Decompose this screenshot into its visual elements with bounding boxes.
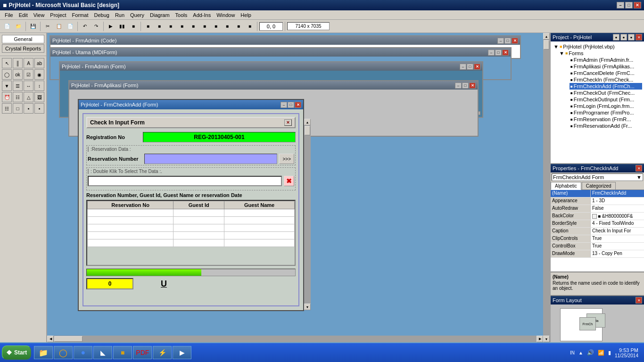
prop-row-appearance[interactable]: Appearance 1 - 3D <box>551 197 644 205</box>
tab-categorized[interactable]: Categorized <box>582 182 616 189</box>
code-maximize[interactable]: □ <box>504 38 511 44</box>
form-layout-close[interactable]: ✕ <box>636 297 642 304</box>
tb-open[interactable]: 📁 <box>13 21 24 32</box>
tree-frmreservation[interactable]: ■ FrmReservation (FrmR... <box>570 116 642 123</box>
tool-extra2[interactable]: ▪ <box>34 103 44 114</box>
prop-row-name[interactable]: (Name) FrmCheckInAdd <box>551 190 644 197</box>
checkinadd-minimize[interactable]: – <box>281 102 287 108</box>
maximize-btn[interactable]: □ <box>625 2 633 8</box>
tb-new[interactable]: 📄 <box>2 21 12 32</box>
taskbar-firefox[interactable]: ◯ <box>54 346 73 359</box>
vscroll-thumb[interactable] <box>305 126 310 135</box>
tool-hscroll[interactable]: ↔ <box>24 81 33 91</box>
prop-row-clipcontrols[interactable]: ClipControls True <box>551 235 644 243</box>
crystal-btn[interactable]: Crystal Reports <box>2 44 44 53</box>
reg-input[interactable] <box>143 132 296 142</box>
tb-copy[interactable]: 📋 <box>54 21 64 32</box>
menu-tools[interactable]: Tools <box>173 11 190 19</box>
project-view-code[interactable]: ● <box>613 34 619 41</box>
tree-frmcheckinadd[interactable]: ■ FrmCheckInAdd (FrmCh... <box>570 83 642 90</box>
props-panel-close[interactable]: ✕ <box>636 165 642 172</box>
tool-listbox[interactable]: ☰ <box>13 81 23 91</box>
start-button[interactable]: ❖ Start <box>2 346 31 360</box>
tree-forms-folder[interactable]: ▼ ■ Forms <box>558 50 642 57</box>
tree-frmadmin[interactable]: ■ FrmAdmin (FrmAdmin.fr... <box>570 57 642 63</box>
tb-paste[interactable]: 📄 <box>65 21 75 32</box>
tb-b5[interactable]: ■ <box>188 21 198 32</box>
reservation-input[interactable] <box>144 154 277 164</box>
tool-extra1[interactable]: ▪ <box>24 103 33 114</box>
tree-frmprogrramer[interactable]: ■ FrmProgrramer (FrmPro... <box>570 109 642 116</box>
tb-b2[interactable]: ■ <box>154 21 165 32</box>
project-view-form[interactable]: ● <box>620 34 627 41</box>
vscroll-up[interactable]: ▲ <box>304 119 311 125</box>
project-folder[interactable]: ● <box>628 34 635 41</box>
taskbar-flash[interactable]: ⚡ <box>153 346 172 359</box>
mdi-hscroll-right[interactable]: ▶ <box>537 336 543 342</box>
counter-input[interactable] <box>86 278 133 289</box>
search-clear-btn[interactable]: ✖ <box>284 176 294 186</box>
tb-size[interactable] <box>287 22 330 30</box>
taskbar-wifi[interactable]: ◣ <box>93 346 112 359</box>
tb-b4[interactable]: ■ <box>177 21 187 32</box>
tool-combobox[interactable]: ▼ <box>2 81 12 91</box>
frmaplikasi-minimize[interactable]: – <box>455 82 462 89</box>
tree-frmaplikasi[interactable]: ■ FrmAplikasi (FrmAplikas... <box>570 63 642 70</box>
form-close-btn[interactable]: ✕ <box>284 119 292 126</box>
general-btn[interactable]: General <box>2 35 44 43</box>
tb-save[interactable]: 💾 <box>28 21 38 32</box>
vscroll-down[interactable]: ▼ <box>304 304 311 310</box>
close-btn[interactable]: ✕ <box>634 2 641 8</box>
project-panel-close[interactable]: ✕ <box>636 34 642 41</box>
mdi-hscroll[interactable]: ◀ ▶ <box>47 336 543 342</box>
browse-btn[interactable]: >>> <box>279 154 294 164</box>
frmadmin-close[interactable]: ✕ <box>474 64 480 70</box>
menu-addins[interactable]: Add-Ins <box>190 11 214 19</box>
menu-run[interactable]: Run <box>112 11 127 19</box>
taskbar-media[interactable]: ▶ <box>173 346 191 359</box>
tool-data[interactable]: ☷ <box>2 103 12 114</box>
tool-frame[interactable]: ◯ <box>2 69 12 80</box>
tb-pause[interactable]: ▮▮ <box>117 21 127 32</box>
mdi-vscroll-thumb[interactable] <box>544 40 549 49</box>
taskbar-pdf[interactable]: PDF <box>133 346 152 359</box>
menu-edit[interactable]: Edit <box>16 11 31 19</box>
menu-debug[interactable]: Debug <box>91 11 112 19</box>
taskbar-chrome[interactable]: ● <box>74 346 92 359</box>
menu-diagram[interactable]: Diagram <box>147 11 173 19</box>
tree-frmreservationadd[interactable]: ■ FrmReservationAdd (Fr... <box>570 123 642 129</box>
menu-window[interactable]: Window <box>214 11 238 19</box>
tool-commandbtn[interactable]: ok <box>13 69 23 80</box>
taskbar-folder[interactable]: ■ <box>113 346 132 359</box>
tb-cut[interactable]: ✂ <box>42 21 53 32</box>
menu-view[interactable]: View <box>31 11 48 19</box>
tool-listview[interactable]: ☷ <box>13 92 23 102</box>
tool-image[interactable]: 🖼 <box>34 92 44 102</box>
tb-b9[interactable]: ■ <box>233 21 244 32</box>
tb-b1[interactable]: ■ <box>143 21 153 32</box>
tree-frmlogin[interactable]: ■ FrmLogin (FrmLogin.frm... <box>570 103 642 109</box>
frmaplikasi-close[interactable]: ✕ <box>469 82 476 89</box>
tb-undo[interactable]: ↶ <box>80 21 90 32</box>
tool-shape[interactable]: △ <box>24 92 33 102</box>
code-minimize[interactable]: – <box>497 38 504 44</box>
utama-minimize[interactable]: – <box>488 49 495 56</box>
mdi-vscroll-up[interactable]: ▲ <box>543 33 550 40</box>
tb-coords[interactable] <box>259 22 283 31</box>
prop-row-autoredraw[interactable]: AutoRedraw False <box>551 205 644 213</box>
tb-run[interactable]: ▶ <box>106 21 116 32</box>
prop-row-controlbox[interactable]: ControlBox True <box>551 243 644 250</box>
props-selector[interactable]: FrmCheckInAdd Form ▼ <box>552 173 643 181</box>
tool-label[interactable]: A <box>24 58 33 68</box>
checkinadd-close[interactable]: ✕ <box>295 102 301 108</box>
tb-b8[interactable]: ■ <box>222 21 232 32</box>
tool-checkbox[interactable]: ☑ <box>24 69 33 80</box>
code-close[interactable]: ✕ <box>512 38 518 44</box>
tree-frmcheckout[interactable]: ■ FrmCheckOut (FrmChec... <box>570 90 642 96</box>
tb-b7[interactable]: ■ <box>211 21 221 32</box>
menu-query[interactable]: Query <box>127 11 147 19</box>
tree-frmcheckin[interactable]: ■ FrmCheckIn (FrmCheck... <box>570 76 642 83</box>
prop-row-borderstyle[interactable]: BorderStyle 4 - Fixed ToolWindo <box>551 220 644 228</box>
tool-pointer[interactable]: ↖ <box>2 58 12 68</box>
tree-frmcheckoutinput[interactable]: ■ FrmCheckOutInput (Frm... <box>570 96 642 103</box>
